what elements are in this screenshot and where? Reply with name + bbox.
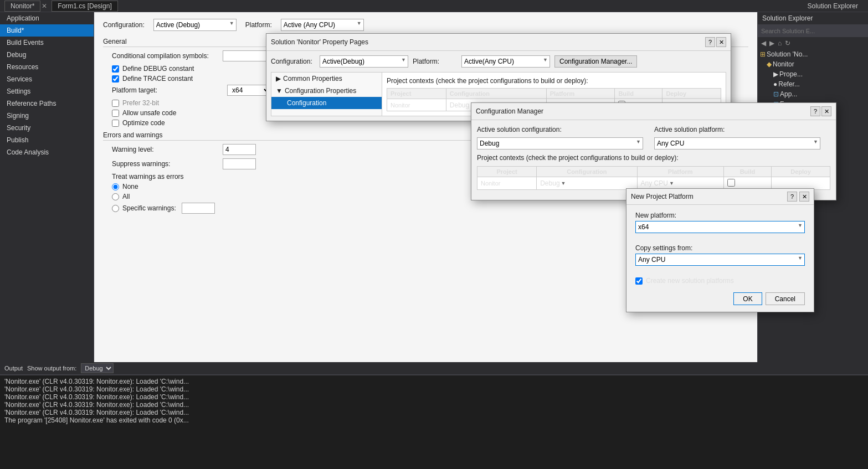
cm-platform-dropdown-arrow[interactable]: ▼ bbox=[669, 181, 674, 186]
specific-warnings-input[interactable] bbox=[182, 203, 215, 214]
tab-form1[interactable]: Form1.cs [Design] bbox=[52, 1, 117, 12]
specific-radio[interactable] bbox=[112, 205, 119, 212]
config-mgr-close-btn[interactable]: ✕ bbox=[821, 106, 831, 116]
config-mgr-titlebar: Configuration Manager ? ✕ bbox=[471, 103, 836, 120]
property-pages-help-btn[interactable]: ? bbox=[705, 37, 715, 47]
tree-properties[interactable]: ▶ Prope... bbox=[758, 69, 868, 79]
np-buttons: OK Cancel bbox=[635, 292, 805, 305]
tab-close-nonitor[interactable]: ✕ bbox=[42, 2, 47, 10]
output-line-2: 'Nonitor.exe' (CLR v4.0.30319: Nonitor.e… bbox=[4, 385, 864, 393]
cm-col-platform: Platform bbox=[637, 167, 723, 177]
solution-explorer-title-tab[interactable]: Solution Explorer bbox=[802, 1, 864, 11]
solution-search-input[interactable] bbox=[758, 25, 868, 37]
tree-configuration[interactable]: Configuration bbox=[271, 97, 382, 109]
none-label: None bbox=[122, 183, 138, 190]
warning-level-input[interactable] bbox=[223, 144, 256, 155]
output-content: 'Nonitor.exe' (CLR v4.0.30319: Nonitor.e… bbox=[0, 375, 868, 469]
config-select[interactable]: Active (Debug) bbox=[153, 19, 237, 31]
np-close-btn[interactable]: ✕ bbox=[799, 192, 809, 202]
nav-signing[interactable]: Signing bbox=[0, 110, 94, 122]
warning-level-label: Warning level: bbox=[112, 146, 223, 153]
all-radio[interactable] bbox=[112, 193, 119, 200]
pp-col-platform: Platform bbox=[546, 89, 615, 99]
left-nav-panel: Application Build* Build Events Debug Re… bbox=[0, 12, 94, 362]
np-cancel-button[interactable]: Cancel bbox=[766, 292, 805, 305]
cm-config-dropdown-arrow[interactable]: ▼ bbox=[561, 181, 566, 186]
nav-security[interactable]: Security bbox=[0, 122, 94, 134]
cm-build-checkbox[interactable] bbox=[727, 179, 735, 187]
pp-col-project: Project bbox=[387, 89, 446, 99]
config-manager-dialog: Configuration Manager ? ✕ Active solutio… bbox=[471, 102, 836, 200]
refresh-icon[interactable]: ↻ bbox=[784, 38, 792, 48]
show-output-label: Show output from: bbox=[27, 365, 76, 372]
nav-build-events[interactable]: Build Events bbox=[0, 37, 94, 49]
active-solution-row: Active solution configuration: Debug Act… bbox=[477, 126, 830, 150]
config-manager-button[interactable]: Configuration Manager... bbox=[554, 55, 637, 68]
define-trace-checkbox[interactable] bbox=[112, 75, 119, 83]
nav-resources[interactable]: Resources bbox=[0, 61, 94, 73]
tree-references[interactable]: ● Refer... bbox=[758, 79, 868, 89]
np-create-checkbox[interactable] bbox=[635, 277, 643, 285]
np-title: New Project Platform bbox=[631, 193, 694, 200]
project-icon: ◆ bbox=[767, 60, 772, 68]
active-platform-select[interactable]: Any CPU bbox=[654, 137, 820, 150]
pp-col-build: Build bbox=[615, 89, 662, 99]
pp-table-header: Project contexts (check the project conf… bbox=[387, 77, 721, 85]
tab-nonitor[interactable]: Nonitor* bbox=[4, 1, 40, 12]
nav-application[interactable]: Application bbox=[0, 12, 94, 24]
define-debug-checkbox[interactable] bbox=[112, 65, 119, 73]
np-platform-select[interactable]: x64 bbox=[635, 221, 805, 233]
cm-col-deploy: Deploy bbox=[772, 167, 830, 177]
config-mgr-table: Project Configuration Platform Build Dep… bbox=[477, 166, 830, 190]
tree-common-properties[interactable]: ▶ Common Properties bbox=[271, 73, 382, 85]
platform-target-select[interactable]: x64 bbox=[227, 85, 271, 96]
new-platform-dialog: New Project Platform ? ✕ New platform: x… bbox=[626, 188, 814, 312]
config-select-wrapper: Active (Debug) bbox=[153, 19, 237, 31]
prefer-32bit-checkbox[interactable] bbox=[112, 100, 119, 107]
pp-platform-select[interactable]: Active(Any CPU) bbox=[461, 55, 550, 68]
property-pages-title: Solution 'Nonitor' Property Pages bbox=[271, 38, 368, 46]
nav-build[interactable]: Build* bbox=[0, 24, 94, 37]
suppress-warnings-input[interactable] bbox=[223, 158, 256, 169]
cm-col-project: Project bbox=[477, 167, 537, 177]
nav-services[interactable]: Services bbox=[0, 73, 94, 85]
expand-icon: ▶ bbox=[276, 75, 281, 83]
pp-config-select[interactable]: Active(Debug) bbox=[320, 55, 408, 68]
active-config-select[interactable]: Debug bbox=[477, 137, 643, 150]
property-pages-close-btn[interactable]: ✕ bbox=[716, 37, 726, 47]
back-icon[interactable]: ◀ bbox=[760, 38, 767, 48]
references-icon: ● bbox=[773, 80, 777, 88]
tree-solution[interactable]: ⊞ Solution 'No... bbox=[758, 49, 868, 59]
app-icon: ⊡ bbox=[773, 90, 779, 98]
output-line-4: 'Nonitor.exe' (CLR v4.0.30319: Nonitor.e… bbox=[4, 401, 864, 409]
np-ok-button[interactable]: OK bbox=[733, 292, 762, 305]
np-new-platform-label: New platform: bbox=[635, 212, 805, 219]
allow-unsafe-checkbox[interactable] bbox=[112, 110, 119, 117]
nav-settings[interactable]: Settings bbox=[0, 85, 94, 97]
none-radio[interactable] bbox=[112, 183, 119, 190]
nav-reference-paths[interactable]: Reference Paths bbox=[0, 97, 94, 110]
np-body: New platform: x64 Copy settings from: An… bbox=[626, 205, 814, 312]
cm-col-config: Configuration bbox=[537, 167, 637, 177]
np-help-btn[interactable]: ? bbox=[787, 192, 797, 202]
output-line-3: 'Nonitor.exe' (CLR v4.0.30319: Nonitor.e… bbox=[4, 393, 864, 401]
platform-select[interactable]: Active (Any CPU) bbox=[281, 19, 364, 31]
config-mgr-help-btn[interactable]: ? bbox=[810, 106, 820, 116]
nav-code-analysis[interactable]: Code Analysis bbox=[0, 146, 94, 158]
output-source-select[interactable]: Debug bbox=[81, 363, 114, 373]
forward-icon[interactable]: ▶ bbox=[768, 38, 775, 48]
properties-icon: ▶ bbox=[773, 70, 778, 78]
define-trace-label: Define TRACE constant bbox=[122, 75, 193, 83]
home-icon[interactable]: ⌂ bbox=[777, 38, 783, 48]
optimize-checkbox[interactable] bbox=[112, 120, 119, 127]
nav-debug[interactable]: Debug bbox=[0, 49, 94, 61]
cm-config-cell: Debug ▼ bbox=[537, 177, 637, 190]
tree-app[interactable]: ⊡ App... bbox=[758, 89, 868, 99]
config-mgr-title: Configuration Manager bbox=[476, 107, 543, 115]
title-bar: Nonitor* ✕ Form1.cs [Design] Solution Ex… bbox=[0, 0, 868, 12]
np-copy-settings-select[interactable]: Any CPU bbox=[635, 254, 805, 266]
tree-config-properties[interactable]: ▼ Configuration Properties bbox=[271, 85, 382, 97]
platform-label: Platform: bbox=[245, 21, 272, 29]
tree-project[interactable]: ◆ Nonitor bbox=[758, 59, 868, 69]
nav-publish[interactable]: Publish bbox=[0, 134, 94, 146]
